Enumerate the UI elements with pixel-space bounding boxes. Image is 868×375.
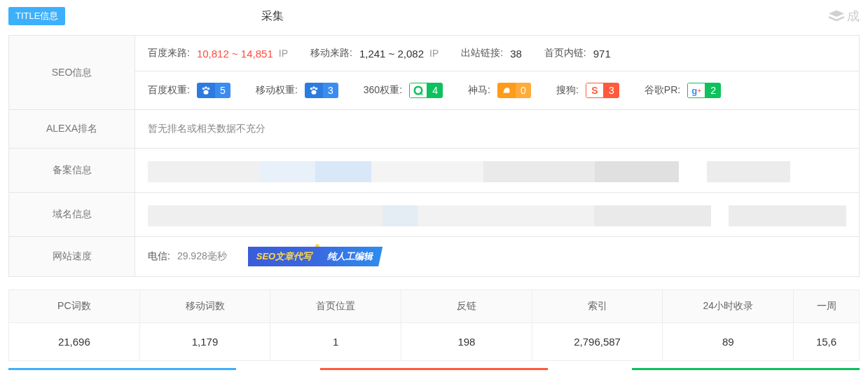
baidu-traffic-unit: IP (279, 48, 288, 59)
q360-weight-value: 4 (427, 83, 443, 98)
sogou-label: 搜狗: (556, 84, 579, 97)
sogou-weight-badge[interactable]: S 3 (586, 83, 619, 98)
svg-point-2 (207, 88, 210, 90)
domain-row: 域名信息 (9, 193, 859, 237)
svg-point-4 (310, 88, 313, 90)
stats-col-mobile[interactable]: 移动词数 1,179 (140, 290, 271, 360)
svg-point-7 (311, 90, 316, 95)
svg-point-5 (312, 86, 315, 89)
promo-badge[interactable]: SEO文章代写 纯人工编辑 (248, 247, 383, 266)
stats-header: 24小时收录 (663, 290, 793, 323)
stats-col-backlinks[interactable]: 反链 198 (401, 290, 532, 360)
domain-label: 域名信息 (9, 193, 135, 236)
title-badge: TITLE信息 (8, 7, 65, 25)
beian-redacted (148, 161, 846, 182)
title-text-suffix: 采集 (261, 9, 284, 24)
page-header: TITLE信息 采集 成 (0, 0, 868, 35)
outbound-label: 出站链接: (461, 47, 503, 60)
alexa-value: 暂无排名或相关数据不充分 (148, 123, 266, 135)
speed-isp-label: 电信: (148, 250, 170, 263)
stats-header: 一周 (794, 290, 859, 323)
stats-value: 198 (401, 323, 532, 360)
svg-point-0 (202, 88, 205, 90)
seo-info-table: SEO信息 百度来路: 10,812 ~ 14,851 IP 移动来路: 1,2… (8, 35, 860, 277)
mobile-traffic-value[interactable]: 1,241 ~ 2,082 (359, 48, 424, 60)
stack-icon (829, 10, 844, 22)
svg-point-1 (205, 86, 207, 89)
shenma-weight-value: 0 (516, 83, 531, 98)
mobile-traffic-label: 移动来路: (310, 47, 352, 60)
header-right-text: 成 (847, 8, 860, 25)
google-pr-badge[interactable]: g+ 2 (687, 83, 721, 98)
stats-value: 89 (663, 323, 793, 360)
alexa-row: ALEXA排名 暂无排名或相关数据不充分 (9, 110, 859, 149)
stats-col-24h[interactable]: 24小时收录 89 (663, 290, 794, 360)
speed-label: 网站速度 (9, 237, 135, 276)
svg-point-6 (315, 88, 318, 90)
inbound-label: 首页内链: (544, 47, 586, 60)
header-right[interactable]: 成 (829, 8, 860, 25)
stats-header: 首页位置 (270, 290, 401, 323)
beian-label: 备案信息 (9, 149, 135, 192)
baidu-traffic-label: 百度来路: (148, 47, 190, 60)
google-pr-label: 谷歌PR: (645, 84, 680, 97)
shenma-horse-icon (497, 83, 516, 98)
baidu-traffic-value[interactable]: 10,812 ~ 14,851 (197, 48, 273, 60)
mobile-traffic-unit: IP (429, 48, 439, 59)
speed-content: 电信: 29.928毫秒 SEO文章代写 纯人工编辑 (135, 237, 859, 276)
stats-col-pc[interactable]: PC词数 21,696 (9, 290, 140, 360)
stats-value: 1,179 (140, 323, 270, 360)
bottom-accent-bar (8, 368, 860, 370)
promo-right-text: 纯人工编辑 (317, 247, 383, 266)
seo-label: SEO信息 (9, 36, 135, 109)
stats-header: 移动词数 (140, 290, 270, 323)
stats-header: 索引 (532, 290, 663, 323)
outbound-value[interactable]: 38 (510, 48, 522, 60)
stats-col-homepage[interactable]: 首页位置 1 (270, 290, 401, 360)
stats-col-index[interactable]: 索引 2,796,587 (532, 290, 663, 360)
baidu-weight-badge[interactable]: 5 (197, 83, 230, 98)
q360-icon (409, 83, 427, 98)
mobile-weight-badge[interactable]: 3 (305, 83, 338, 98)
seo-weight-row: 百度权重: 5 移动权重: 3 360权重: 4 神马: (135, 71, 859, 109)
google-pr-value: 2 (705, 83, 721, 98)
q360-weight-badge[interactable]: 4 (409, 83, 443, 98)
baidu-paw-icon (197, 83, 215, 98)
sogou-icon: S (586, 83, 604, 98)
stats-value: 21,696 (9, 323, 139, 360)
stats-header: PC词数 (9, 290, 139, 323)
mobile-weight-label: 移动权重: (256, 84, 298, 97)
beian-row: 备案信息 (9, 149, 859, 193)
domain-content (135, 193, 859, 236)
speed-isp-value[interactable]: 29.928毫秒 (177, 250, 227, 263)
stats-value: 1 (270, 323, 401, 360)
stats-value: 15,6 (794, 323, 859, 360)
q360-weight-label: 360权重: (364, 84, 402, 97)
stats-value: 2,796,587 (532, 323, 663, 360)
sogou-weight-value: 3 (604, 83, 619, 98)
mobile-weight-value: 3 (323, 83, 338, 98)
stats-header: 反链 (401, 290, 532, 323)
promo-left-text: SEO文章代写 (248, 247, 324, 266)
baidu-weight-value: 5 (215, 83, 230, 98)
domain-redacted (148, 205, 846, 226)
baidu-weight-label: 百度权重: (148, 84, 190, 97)
speed-row: 网站速度 电信: 29.928毫秒 SEO文章代写 纯人工编辑 (9, 237, 859, 276)
seo-row: SEO信息 百度来路: 10,812 ~ 14,851 IP 移动来路: 1,2… (9, 36, 859, 110)
alexa-label: ALEXA排名 (9, 110, 135, 148)
alexa-content: 暂无排名或相关数据不充分 (135, 110, 859, 148)
seo-traffic-row: 百度来路: 10,812 ~ 14,851 IP 移动来路: 1,241 ~ 2… (135, 36, 859, 71)
stats-table: PC词数 21,696 移动词数 1,179 首页位置 1 反链 198 索引 … (8, 289, 860, 361)
stats-col-week[interactable]: 一周 15,6 (794, 290, 859, 360)
google-icon: g+ (687, 83, 705, 98)
inbound-value[interactable]: 971 (593, 48, 611, 60)
beian-content (135, 149, 859, 192)
mobile-paw-icon (305, 83, 323, 98)
shenma-label: 神马: (468, 84, 490, 97)
svg-point-3 (203, 90, 208, 95)
shenma-weight-badge[interactable]: 0 (497, 83, 531, 98)
